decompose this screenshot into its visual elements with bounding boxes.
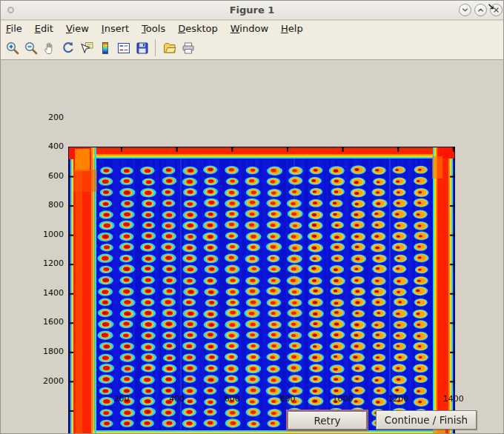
x-tick-label: 800 <box>264 394 311 404</box>
pan-icon[interactable] <box>40 39 59 57</box>
menu-window[interactable]: Window <box>231 23 268 34</box>
retry-button[interactable]: Retry <box>288 411 367 430</box>
continue-finish-button[interactable]: Continue / Finish <box>376 410 477 430</box>
menu-desktop[interactable]: Desktop <box>178 23 218 34</box>
y-tick-label: 1000 <box>19 229 64 240</box>
x-tick-label: 400 <box>153 394 201 404</box>
menu-view[interactable]: View <box>66 23 89 34</box>
y-tick-label: 200 <box>19 112 64 123</box>
x-tick-label: 200 <box>98 394 145 404</box>
menubar-overflow-arrow[interactable]: ↘ <box>487 1 494 12</box>
print-icon[interactable] <box>179 39 197 57</box>
x-tick-label: 1000 <box>319 394 367 404</box>
figure-canvas-area <box>1 60 503 434</box>
toolbar <box>1 36 503 60</box>
plate-image[interactable] <box>68 147 455 434</box>
menu-tools[interactable]: Tools <box>142 23 165 34</box>
figure-window: Figure 1 FileEditViewInsertToolsDesktopW… <box>0 0 504 434</box>
rotate-3d-icon[interactable] <box>59 39 77 57</box>
y-tick-label: 1400 <box>19 287 64 298</box>
y-tick-label: 2000 <box>19 375 64 387</box>
open-folder-icon[interactable] <box>160 39 179 57</box>
maximize-button[interactable] <box>474 4 487 16</box>
menu-insert[interactable]: Insert <box>102 23 129 34</box>
y-tick-label: 600 <box>19 170 64 181</box>
y-tick-label: 1200 <box>19 258 64 269</box>
x-tick-label: 600 <box>208 394 256 404</box>
toolbar-separator <box>155 39 156 56</box>
zoom-in-icon[interactable] <box>3 39 21 57</box>
data-cursor-icon[interactable] <box>77 39 96 57</box>
y-tick-label: 1600 <box>19 316 64 327</box>
x-tick-label: 1200 <box>374 394 422 404</box>
y-tick-label: 400 <box>19 141 64 152</box>
y-tick-label: 1800 <box>19 346 64 357</box>
menu-help[interactable]: Help <box>281 23 303 34</box>
window-title: Figure 1 <box>1 4 503 16</box>
x-tick-label: 1400 <box>430 394 477 404</box>
legend-icon[interactable] <box>114 39 133 57</box>
menu-edit[interactable]: Edit <box>35 23 53 34</box>
colorbar-icon[interactable] <box>96 39 114 57</box>
chevron-down-icon <box>461 6 469 14</box>
titlebar: Figure 1 <box>1 1 503 20</box>
menubar: FileEditViewInsertToolsDesktopWindowHelp <box>1 21 503 36</box>
menu-file[interactable]: File <box>6 23 22 34</box>
minimize-button[interactable] <box>459 4 471 16</box>
zoom-out-icon[interactable] <box>21 39 40 57</box>
save-icon[interactable] <box>133 39 151 57</box>
chevron-up-icon <box>477 6 485 14</box>
retry-button-focus-ring: Retry <box>286 410 368 431</box>
y-tick-label: 800 <box>19 199 64 210</box>
